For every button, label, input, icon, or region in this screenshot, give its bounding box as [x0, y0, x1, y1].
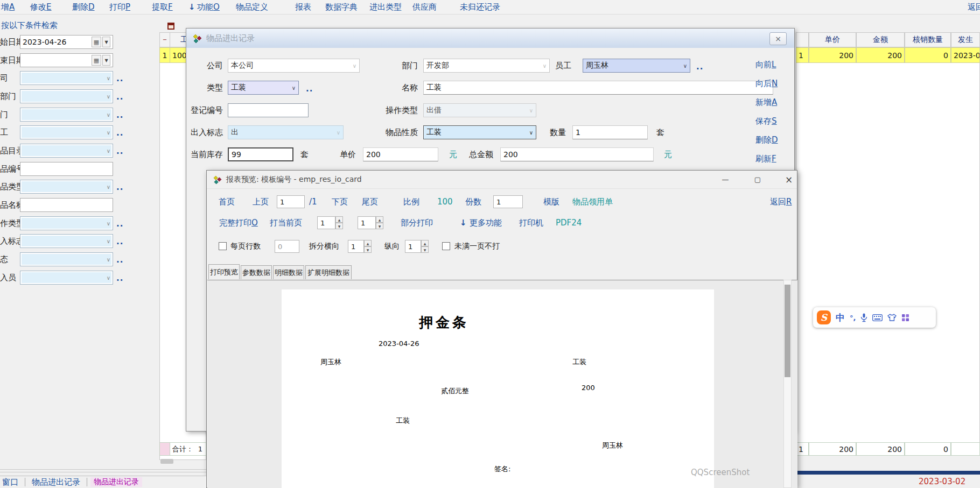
next-record-button[interactable]: 向后N	[755, 79, 778, 89]
bottom-tab-item-io-1[interactable]: 物品进出记录	[29, 477, 83, 487]
entry-user-select[interactable]: ∨	[20, 271, 113, 285]
right-grid-header-price[interactable]: 单价	[809, 32, 856, 47]
menu-item-functions[interactable]: 功能O	[197, 2, 220, 12]
printer-button[interactable]: 打印机	[519, 218, 543, 228]
io-flag-more-button[interactable]: ..	[116, 237, 123, 246]
optype-field[interactable]: 出借∨	[423, 103, 536, 117]
add-record-button[interactable]: 新增A	[755, 97, 777, 108]
menu-item-edit[interactable]: 修改E	[30, 2, 51, 12]
back-button[interactable]: 返回R	[770, 197, 792, 207]
right-grid-cell-date[interactable]: 2023-0	[951, 47, 980, 63]
right-grid-header-rownum[interactable]	[796, 32, 809, 47]
name-field[interactable]: 工装	[423, 81, 773, 95]
tab-parameter-data[interactable]: 参数数据	[241, 265, 272, 279]
split-horizontal-input[interactable]: 1	[348, 240, 364, 253]
op-type-more-button[interactable]: ..	[116, 219, 123, 229]
template-button[interactable]: 模版	[543, 197, 559, 207]
delete-record-button[interactable]: 删除D	[755, 135, 778, 145]
scrollbar-thumb[interactable]	[785, 285, 790, 377]
dialog-titlebar[interactable]: 物品进出记录	[186, 29, 794, 48]
op-type-select[interactable]: ∨	[20, 216, 113, 230]
menu-item-extract[interactable]: 提取F	[152, 2, 173, 12]
preview-titlebar[interactable]: 报表预览: 模板编号 - emp_res_io_card	[207, 171, 797, 189]
bottom-tab-item-io-2-active[interactable]: 物品进出记录	[90, 477, 142, 487]
dialog-close-button[interactable]: ×	[769, 32, 787, 45]
right-grid-cell-price[interactable]: 200	[809, 47, 856, 63]
ime-punctuation-toggle[interactable]: °,	[850, 314, 856, 322]
menu-item-print[interactable]: 打印P	[109, 2, 130, 12]
ioflag-field[interactable]: 出∨	[228, 125, 344, 139]
split-vertical-input[interactable]: 1	[405, 240, 421, 253]
price-field[interactable]: 200	[363, 147, 438, 161]
item-type-select[interactable]: ∨	[20, 180, 113, 194]
refresh-record-button[interactable]: 刷新F	[755, 154, 776, 164]
print-from-input[interactable]: 1	[317, 216, 335, 229]
print-to-input[interactable]: 1	[358, 216, 376, 229]
item-catalog-select[interactable]: ∨	[20, 144, 113, 158]
left-grid-rownum[interactable]: 1	[159, 47, 170, 63]
microphone-icon[interactable]	[860, 313, 867, 322]
right-grid-cell-writeoff[interactable]: 0	[905, 47, 951, 63]
status-more-button[interactable]: ..	[116, 255, 123, 265]
item-type-more-button[interactable]: ..	[116, 182, 123, 192]
menu-item-suppliers[interactable]: 供应商	[412, 2, 437, 12]
dept1-select[interactable]: ∨	[20, 89, 113, 103]
rows-per-page-input[interactable]: 0	[275, 240, 299, 253]
item-catalog-more-button[interactable]: ..	[116, 146, 123, 156]
calendar-icon[interactable]: ▦	[92, 55, 101, 66]
tab-print-preview[interactable]: 打印预览	[208, 264, 240, 279]
split-vertical-spinner[interactable]: ▲▼	[421, 240, 429, 253]
left-grid-selector-header[interactable]: －	[159, 32, 170, 47]
rows-per-page-checkbox[interactable]	[219, 242, 227, 250]
no-partial-page-checkbox[interactable]	[442, 242, 450, 250]
toolbox-grid-icon[interactable]	[901, 314, 909, 322]
preview-vscrollbar[interactable]	[783, 280, 792, 488]
company-select[interactable]: ∨	[20, 71, 113, 85]
menu-item-reports[interactable]: 报表	[295, 2, 311, 12]
split-horizontal-spinner[interactable]: ▲▼	[364, 240, 372, 253]
right-grid-cell-amount[interactable]: 200	[856, 47, 905, 63]
date-dropdown-icon[interactable]: ▼	[102, 55, 110, 66]
menu-item-delete[interactable]: 删除D	[72, 2, 95, 12]
page-number-input[interactable]: 1	[277, 195, 305, 208]
total-field[interactable]: 200	[500, 147, 654, 161]
company-field[interactable]: 本公司∨	[228, 59, 360, 73]
maximize-icon[interactable]: ▢	[746, 171, 769, 188]
menu-item-back-partial[interactable]: 返回	[968, 2, 980, 12]
emp-more-button[interactable]: ..	[696, 62, 703, 72]
last-page-button[interactable]: 尾页	[362, 197, 378, 207]
item-name-input[interactable]	[20, 198, 113, 212]
sogou-logo-icon[interactable]: S	[817, 310, 831, 324]
status-select[interactable]: ∨	[20, 252, 113, 266]
type-field[interactable]: 工装∨	[228, 81, 299, 95]
io-flag-select[interactable]: ∨	[20, 234, 113, 248]
menu-item-data-dictionary[interactable]: 数据字典	[325, 2, 358, 12]
item-no-input[interactable]	[20, 162, 113, 176]
start-date-input[interactable]: 2023-04-26 ▦ ▼	[20, 35, 113, 49]
left-grid-hscrollbar[interactable]	[160, 459, 173, 464]
dept-field[interactable]: 开发部∨	[423, 59, 550, 73]
menu-item-item-definition[interactable]: 物品定义	[236, 2, 268, 12]
save-record-button[interactable]: 保存S	[755, 116, 777, 126]
pdf24-button[interactable]: PDF24	[556, 218, 582, 228]
bottom-tab-window[interactable]: 窗口	[0, 477, 22, 487]
menu-item-io-types[interactable]: 进出类型	[369, 2, 402, 12]
regno-field[interactable]	[228, 103, 309, 117]
print-to-spinner[interactable]: ▲▼	[376, 216, 383, 229]
dept2-select[interactable]: ∨	[20, 108, 113, 122]
emp-field[interactable]: 周玉林∨	[583, 59, 690, 73]
dept1-more-button[interactable]: ..	[116, 92, 123, 102]
print-current-page-button[interactable]: 打当前页	[270, 218, 302, 228]
right-grid-header-amount[interactable]: 金额	[856, 32, 905, 47]
full-print-button[interactable]: 完整打印O	[219, 218, 258, 228]
grid-toolbar-icon[interactable]	[167, 23, 174, 30]
company-more-button[interactable]: ..	[116, 74, 123, 83]
type-more-button[interactable]: ..	[306, 84, 313, 94]
prev-page-button[interactable]: 上页	[253, 197, 269, 207]
date-dropdown-icon[interactable]: ▼	[102, 37, 110, 47]
keyboard-icon[interactable]	[872, 314, 883, 321]
right-grid-header-date[interactable]: 发生	[951, 32, 980, 47]
employee-more-button[interactable]: ..	[116, 128, 123, 138]
right-grid-header-writeoff[interactable]: 核销数量	[905, 32, 951, 47]
skin-shirt-icon[interactable]	[887, 314, 897, 321]
